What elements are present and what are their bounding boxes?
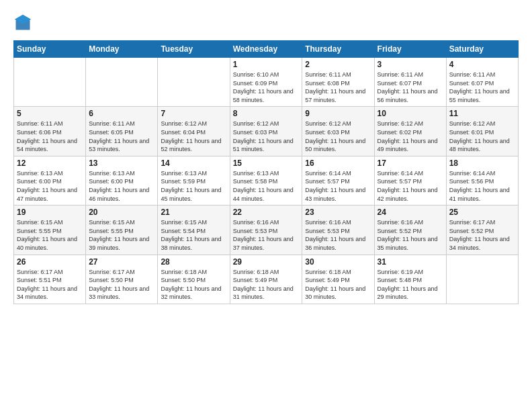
calendar-cell: 18Sunrise: 6:14 AMSunset: 5:56 PMDayligh…	[446, 156, 518, 205]
cell-content: Sunrise: 6:13 AMSunset: 5:58 PMDaylight:…	[233, 169, 300, 203]
calendar-cell: 29Sunrise: 6:18 AMSunset: 5:49 PMDayligh…	[230, 255, 302, 304]
logo-icon	[13, 13, 32, 32]
cell-content: Sunrise: 6:12 AMSunset: 6:01 PMDaylight:…	[449, 120, 515, 153]
day-number: 18	[449, 158, 515, 168]
calendar-cell	[14, 58, 86, 107]
calendar-cell: 26Sunrise: 6:17 AMSunset: 5:51 PMDayligh…	[14, 255, 86, 304]
cell-content: Sunrise: 6:18 AMSunset: 5:49 PMDaylight:…	[305, 268, 371, 302]
calendar-cell: 16Sunrise: 6:14 AMSunset: 5:57 PMDayligh…	[302, 156, 374, 205]
calendar-cell: 11Sunrise: 6:12 AMSunset: 6:01 PMDayligh…	[446, 107, 518, 156]
day-number: 7	[161, 109, 226, 118]
calendar-cell: 21Sunrise: 6:15 AMSunset: 5:54 PMDayligh…	[158, 205, 230, 255]
cell-content: Sunrise: 6:16 AMSunset: 5:52 PMDaylight:…	[378, 218, 443, 252]
calendar-cell: 25Sunrise: 6:17 AMSunset: 5:52 PMDayligh…	[446, 205, 518, 255]
day-number: 25	[449, 208, 515, 217]
weekday-header-sunday: Sunday	[14, 41, 86, 58]
cell-content: Sunrise: 6:12 AMSunset: 6:03 PMDaylight:…	[305, 120, 371, 153]
weekday-header-saturday: Saturday	[446, 41, 518, 58]
day-number: 2	[305, 60, 371, 69]
cell-content: Sunrise: 6:14 AMSunset: 5:56 PMDaylight:…	[449, 169, 515, 203]
calendar-cell: 22Sunrise: 6:16 AMSunset: 5:53 PMDayligh…	[230, 205, 302, 255]
calendar-table: SundayMondayTuesdayWednesdayThursdayFrid…	[13, 40, 519, 304]
day-number: 3	[378, 60, 443, 69]
calendar-cell: 23Sunrise: 6:16 AMSunset: 5:53 PMDayligh…	[302, 205, 374, 255]
day-number: 28	[161, 257, 226, 267]
day-number: 23	[305, 208, 371, 217]
cell-content: Sunrise: 6:13 AMSunset: 6:00 PMDaylight:…	[17, 169, 83, 203]
calendar-cell: 1Sunrise: 6:10 AMSunset: 6:09 PMDaylight…	[230, 58, 302, 107]
cell-content: Sunrise: 6:13 AMSunset: 6:00 PMDaylight:…	[89, 169, 154, 203]
cell-content: Sunrise: 6:15 AMSunset: 5:55 PMDaylight:…	[89, 218, 154, 252]
week-row-5: 26Sunrise: 6:17 AMSunset: 5:51 PMDayligh…	[14, 255, 519, 304]
cell-content: Sunrise: 6:11 AMSunset: 6:05 PMDaylight:…	[89, 120, 154, 153]
day-number: 17	[378, 158, 443, 168]
weekday-header-tuesday: Tuesday	[158, 41, 230, 58]
day-number: 1	[233, 60, 300, 69]
cell-content: Sunrise: 6:18 AMSunset: 5:50 PMDaylight:…	[161, 268, 226, 302]
cell-content: Sunrise: 6:11 AMSunset: 6:07 PMDaylight:…	[378, 71, 443, 104]
cell-content: Sunrise: 6:16 AMSunset: 5:53 PMDaylight:…	[305, 218, 371, 252]
cell-content: Sunrise: 6:11 AMSunset: 6:06 PMDaylight:…	[17, 120, 83, 153]
cell-content: Sunrise: 6:17 AMSunset: 5:52 PMDaylight:…	[449, 218, 515, 252]
day-number: 8	[233, 109, 300, 118]
weekday-header-monday: Monday	[86, 41, 158, 58]
calendar-cell: 13Sunrise: 6:13 AMSunset: 6:00 PMDayligh…	[86, 156, 158, 205]
cell-content: Sunrise: 6:19 AMSunset: 5:48 PMDaylight:…	[378, 268, 443, 302]
calendar-cell: 19Sunrise: 6:15 AMSunset: 5:55 PMDayligh…	[14, 205, 86, 255]
calendar-cell: 15Sunrise: 6:13 AMSunset: 5:58 PMDayligh…	[230, 156, 302, 205]
day-number: 15	[233, 158, 300, 168]
weekday-header-thursday: Thursday	[302, 41, 374, 58]
calendar-cell: 24Sunrise: 6:16 AMSunset: 5:52 PMDayligh…	[374, 205, 446, 255]
weekday-header-row: SundayMondayTuesdayWednesdayThursdayFrid…	[14, 41, 519, 58]
calendar-cell: 31Sunrise: 6:19 AMSunset: 5:48 PMDayligh…	[374, 255, 446, 304]
week-row-1: 1Sunrise: 6:10 AMSunset: 6:09 PMDaylight…	[14, 58, 519, 107]
day-number: 9	[305, 109, 371, 118]
cell-content: Sunrise: 6:18 AMSunset: 5:49 PMDaylight:…	[233, 268, 300, 302]
day-number: 13	[89, 158, 154, 168]
day-number: 19	[17, 208, 83, 217]
day-number: 24	[378, 208, 443, 217]
week-row-4: 19Sunrise: 6:15 AMSunset: 5:55 PMDayligh…	[14, 205, 519, 255]
day-number: 27	[89, 257, 154, 267]
day-number: 12	[17, 158, 83, 168]
calendar-cell	[446, 255, 518, 304]
cell-content: Sunrise: 6:12 AMSunset: 6:03 PMDaylight:…	[233, 120, 300, 153]
calendar-cell: 7Sunrise: 6:12 AMSunset: 6:04 PMDaylight…	[158, 107, 230, 156]
cell-content: Sunrise: 6:11 AMSunset: 6:07 PMDaylight:…	[449, 71, 515, 104]
calendar-cell: 28Sunrise: 6:18 AMSunset: 5:50 PMDayligh…	[158, 255, 230, 304]
header	[13, 13, 519, 32]
calendar-cell: 6Sunrise: 6:11 AMSunset: 6:05 PMDaylight…	[86, 107, 158, 156]
day-number: 31	[378, 257, 443, 267]
day-number: 21	[161, 208, 226, 217]
cell-content: Sunrise: 6:15 AMSunset: 5:55 PMDaylight:…	[17, 218, 83, 252]
day-number: 29	[233, 257, 300, 267]
day-number: 30	[305, 257, 371, 267]
cell-content: Sunrise: 6:16 AMSunset: 5:53 PMDaylight:…	[233, 218, 300, 252]
day-number: 6	[89, 109, 154, 118]
cell-content: Sunrise: 6:17 AMSunset: 5:50 PMDaylight:…	[89, 268, 154, 302]
logo	[13, 13, 35, 32]
calendar-cell: 8Sunrise: 6:12 AMSunset: 6:03 PMDaylight…	[230, 107, 302, 156]
calendar-cell: 20Sunrise: 6:15 AMSunset: 5:55 PMDayligh…	[86, 205, 158, 255]
cell-content: Sunrise: 6:14 AMSunset: 5:57 PMDaylight:…	[378, 169, 443, 203]
page: SundayMondayTuesdayWednesdayThursdayFrid…	[0, 0, 532, 311]
calendar-cell: 14Sunrise: 6:13 AMSunset: 5:59 PMDayligh…	[158, 156, 230, 205]
weekday-header-friday: Friday	[374, 41, 446, 58]
cell-content: Sunrise: 6:17 AMSunset: 5:51 PMDaylight:…	[17, 268, 83, 302]
calendar-cell	[86, 58, 158, 107]
week-row-2: 5Sunrise: 6:11 AMSunset: 6:06 PMDaylight…	[14, 107, 519, 156]
day-number: 11	[449, 109, 515, 118]
day-number: 22	[233, 208, 300, 217]
weekday-header-wednesday: Wednesday	[230, 41, 302, 58]
calendar-cell: 12Sunrise: 6:13 AMSunset: 6:00 PMDayligh…	[14, 156, 86, 205]
day-number: 5	[17, 109, 83, 118]
calendar-cell	[158, 58, 230, 107]
day-number: 10	[378, 109, 443, 118]
calendar-cell: 30Sunrise: 6:18 AMSunset: 5:49 PMDayligh…	[302, 255, 374, 304]
calendar-cell: 10Sunrise: 6:12 AMSunset: 6:02 PMDayligh…	[374, 107, 446, 156]
cell-content: Sunrise: 6:15 AMSunset: 5:54 PMDaylight:…	[161, 218, 226, 252]
calendar-cell: 2Sunrise: 6:11 AMSunset: 6:08 PMDaylight…	[302, 58, 374, 107]
day-number: 4	[449, 60, 515, 69]
day-number: 26	[17, 257, 83, 267]
cell-content: Sunrise: 6:13 AMSunset: 5:59 PMDaylight:…	[161, 169, 226, 203]
